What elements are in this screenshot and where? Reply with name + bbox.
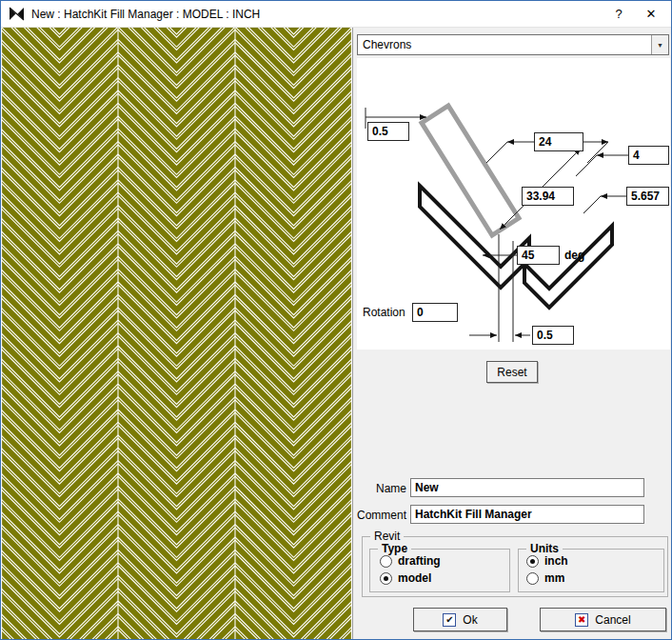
leg-length-input[interactable]: 33.94 <box>522 187 574 206</box>
ok-button-label: Ok <box>463 613 477 627</box>
radio-mm-label: mm <box>544 571 564 585</box>
angle-input[interactable]: 45 <box>517 246 560 265</box>
type-group: Type drafting model <box>369 549 510 592</box>
cancel-button-label: Cancel <box>595 613 630 627</box>
name-label: Name <box>361 482 406 495</box>
titlebar: New : HatchKit Fill Manager : MODEL : IN… <box>1 1 671 28</box>
comment-label: Comment <box>355 509 406 522</box>
type-group-label: Type <box>378 542 411 555</box>
help-button[interactable]: ? <box>603 7 635 21</box>
settings-panel: Chevrons ▼ <box>352 28 672 640</box>
reset-button-label: Reset <box>497 366 526 379</box>
radio-mm-circle[interactable] <box>526 572 539 585</box>
pattern-combobox[interactable]: Chevrons ▼ <box>357 34 669 55</box>
cancel-button[interactable]: ✖ Cancel <box>540 608 666 631</box>
radio-mm[interactable]: mm <box>526 571 564 585</box>
revit-group-label: Revit <box>370 530 404 543</box>
radio-drafting-circle[interactable] <box>380 555 392 568</box>
app-icon <box>9 7 25 21</box>
radio-inch-circle[interactable] <box>526 555 539 568</box>
cancel-x-icon: ✖ <box>575 613 588 627</box>
bottom-offset-input[interactable]: 0.5 <box>532 326 574 345</box>
radio-drafting-label: drafting <box>398 554 441 568</box>
radio-drafting[interactable]: drafting <box>380 554 441 568</box>
diagram-area: 0.5 24 4 33.94 5.657 45 deg Rotation 0 0… <box>357 58 670 350</box>
rotation-input[interactable]: 0 <box>412 303 458 322</box>
pattern-combobox-value: Chevrons <box>358 38 651 51</box>
radio-inch[interactable]: inch <box>526 554 568 568</box>
radio-model-circle[interactable] <box>380 572 392 585</box>
units-group-label: Units <box>526 542 563 555</box>
window-title: New : HatchKit Fill Manager : MODEL : IN… <box>31 8 603 21</box>
comment-input[interactable]: HatchKit Fill Manager <box>410 505 644 524</box>
deg-label: deg <box>564 249 584 262</box>
rotation-label: Rotation <box>363 306 405 319</box>
narrow-spacing-input[interactable]: 4 <box>628 146 669 165</box>
pattern-preview <box>1 28 352 640</box>
ok-check-icon: ✔ <box>443 613 456 627</box>
reset-button[interactable]: Reset <box>486 361 538 383</box>
radio-model-label: model <box>398 571 431 585</box>
revit-group: Revit Type drafting model Units inch <box>362 536 668 597</box>
units-group: Units inch mm <box>518 549 664 592</box>
radio-inch-label: inch <box>544 554 568 568</box>
ok-button[interactable]: ✔ Ok <box>413 608 507 631</box>
black-chevron-right <box>524 226 612 308</box>
name-input[interactable]: New <box>410 478 644 497</box>
line-offset-input[interactable]: 0.5 <box>367 122 409 141</box>
radio-model[interactable]: model <box>380 571 431 585</box>
close-button[interactable]: ✕ <box>635 7 667 21</box>
chevron-down-icon[interactable]: ▼ <box>651 35 668 54</box>
hatchkit-dialog: New : HatchKit Fill Manager : MODEL : IN… <box>0 0 672 640</box>
wide-spacing-input[interactable]: 24 <box>534 132 583 151</box>
perpendicular-spacing-input[interactable]: 5.657 <box>626 187 669 206</box>
